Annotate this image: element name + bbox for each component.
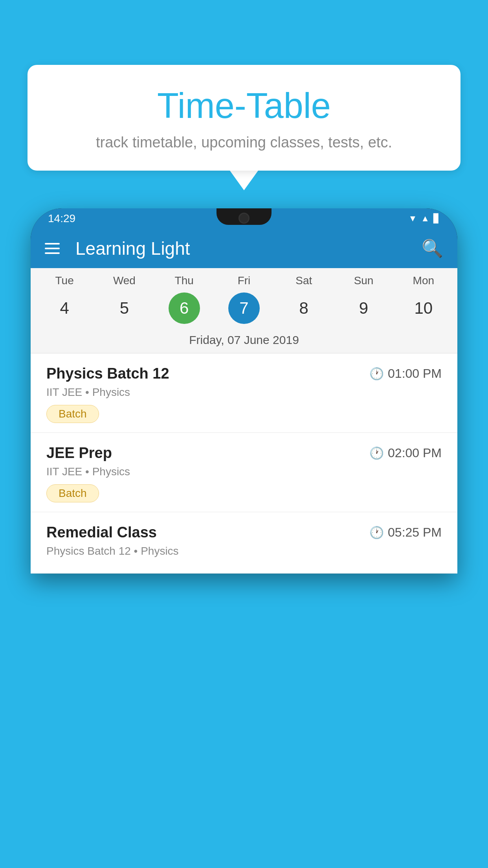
schedule-item-header: JEE Prep🕐02:00 PM bbox=[46, 445, 442, 462]
schedule-item[interactable]: Remedial Class🕐05:25 PMPhysics Batch 12 … bbox=[31, 512, 457, 574]
speech-bubble-arrow bbox=[230, 171, 258, 190]
search-icon[interactable]: 🔍 bbox=[422, 238, 443, 259]
days-row: Tue4Wed5Thu6Fri7Sat8Sun9Mon10 bbox=[31, 274, 457, 324]
clock-icon: 🕐 bbox=[369, 367, 384, 381]
phone-container: 14:29 ▼ ▲ ▊ Learning Light 🔍 Tue4Wed5Thu… bbox=[31, 208, 457, 868]
class-name: Physics Batch 12 bbox=[46, 365, 169, 382]
day-col-fri[interactable]: Fri7 bbox=[218, 274, 270, 324]
batch-badge: Batch bbox=[46, 405, 99, 423]
class-time: 🕐02:00 PM bbox=[369, 446, 442, 460]
schedule-item[interactable]: JEE Prep🕐02:00 PMIIT JEE • PhysicsBatch bbox=[31, 433, 457, 512]
day-name: Fri bbox=[238, 274, 251, 287]
schedule-item-header: Remedial Class🕐05:25 PM bbox=[46, 524, 442, 541]
class-detail: Physics Batch 12 • Physics bbox=[46, 545, 442, 557]
status-icons: ▼ ▲ ▊ bbox=[408, 213, 440, 224]
speech-bubble-subtitle: track timetable, upcoming classes, tests… bbox=[51, 134, 437, 151]
status-time: 14:29 bbox=[48, 212, 75, 225]
clock-icon: 🕐 bbox=[369, 526, 384, 539]
wifi-icon: ▼ bbox=[408, 213, 417, 224]
class-time: 🕐05:25 PM bbox=[369, 525, 442, 540]
day-number[interactable]: 4 bbox=[49, 292, 80, 324]
day-number[interactable]: 6 bbox=[169, 292, 200, 324]
day-name: Sun bbox=[354, 274, 374, 287]
battery-icon: ▊ bbox=[433, 213, 440, 224]
day-number[interactable]: 8 bbox=[288, 292, 319, 324]
signal-icon: ▲ bbox=[421, 213, 429, 224]
schedule-list: Physics Batch 12🕐01:00 PMIIT JEE • Physi… bbox=[31, 353, 457, 574]
time-text: 05:25 PM bbox=[388, 525, 442, 540]
day-number[interactable]: 9 bbox=[348, 292, 380, 324]
day-name: Tue bbox=[55, 274, 74, 287]
clock-icon: 🕐 bbox=[369, 446, 384, 460]
class-name: JEE Prep bbox=[46, 445, 112, 462]
class-detail: IIT JEE • Physics bbox=[46, 465, 442, 478]
schedule-item[interactable]: Physics Batch 12🕐01:00 PMIIT JEE • Physi… bbox=[31, 353, 457, 433]
selected-date-label: Friday, 07 June 2019 bbox=[31, 328, 457, 353]
day-name: Sat bbox=[295, 274, 312, 287]
speech-bubble: Time-Table track timetable, upcoming cla… bbox=[28, 65, 460, 171]
class-time: 🕐01:00 PM bbox=[369, 366, 442, 381]
day-col-sun[interactable]: Sun9 bbox=[338, 274, 389, 324]
hamburger-menu-icon[interactable] bbox=[45, 243, 60, 254]
day-name: Thu bbox=[175, 274, 194, 287]
day-col-wed[interactable]: Wed5 bbox=[99, 274, 150, 324]
speech-bubble-title: Time-Table bbox=[51, 86, 437, 125]
schedule-item-header: Physics Batch 12🕐01:00 PM bbox=[46, 365, 442, 382]
calendar-strip: Tue4Wed5Thu6Fri7Sat8Sun9Mon10 Friday, 07… bbox=[31, 268, 457, 353]
day-number[interactable]: 7 bbox=[228, 292, 260, 324]
day-col-tue[interactable]: Tue4 bbox=[39, 274, 90, 324]
batch-badge: Batch bbox=[46, 484, 99, 502]
app-bar: Learning Light 🔍 bbox=[31, 229, 457, 268]
phone-frame: 14:29 ▼ ▲ ▊ Learning Light 🔍 Tue4Wed5Thu… bbox=[31, 208, 457, 574]
day-col-thu[interactable]: Thu6 bbox=[159, 274, 210, 324]
app-title: Learning Light bbox=[75, 238, 410, 259]
time-text: 02:00 PM bbox=[388, 446, 442, 460]
status-bar: 14:29 ▼ ▲ ▊ bbox=[31, 208, 457, 229]
day-number[interactable]: 10 bbox=[408, 292, 439, 324]
class-detail: IIT JEE • Physics bbox=[46, 386, 442, 399]
day-col-sat[interactable]: Sat8 bbox=[278, 274, 329, 324]
day-name: Wed bbox=[113, 274, 136, 287]
speech-bubble-container: Time-Table track timetable, upcoming cla… bbox=[28, 65, 460, 190]
day-name: Mon bbox=[413, 274, 434, 287]
day-number[interactable]: 5 bbox=[108, 292, 140, 324]
time-text: 01:00 PM bbox=[388, 366, 442, 381]
class-name: Remedial Class bbox=[46, 524, 157, 541]
day-col-mon[interactable]: Mon10 bbox=[398, 274, 449, 324]
